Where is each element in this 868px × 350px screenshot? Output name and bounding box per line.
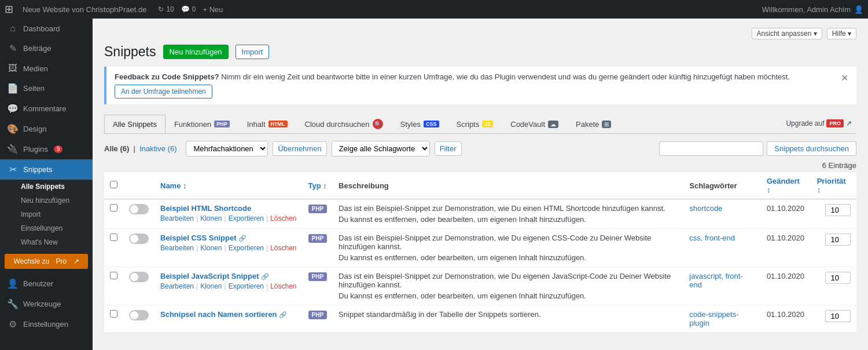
row1-export[interactable]: Exportieren	[229, 214, 264, 223]
row2-toggle[interactable]	[129, 234, 149, 244]
tab-scripts[interactable]: Scripts JS	[448, 115, 502, 133]
submenu-neu-hinzufuegen[interactable]: Neu hinzufügen	[0, 194, 93, 207]
row1-edit[interactable]: Bearbeiten	[160, 214, 194, 223]
sidebar-item-design[interactable]: 🎨 Design	[0, 119, 93, 139]
view-options-button[interactable]: Ansicht anpassen ▾	[752, 28, 822, 39]
submenu-einstellungen[interactable]: Einstellungen	[0, 221, 93, 235]
row3-name-cell: Beispiel JavaScript Snippet 🔗 Bearbeiten…	[155, 267, 303, 305]
sidebar-label-medien: Medien	[23, 64, 48, 73]
tab-alle-snippets[interactable]: Alle Snippets	[104, 115, 165, 133]
submenu-import[interactable]: Import	[0, 207, 93, 221]
row1-toggle[interactable]	[129, 204, 149, 214]
row3-priority-input[interactable]	[825, 272, 851, 284]
comment-icon[interactable]: 💬 0	[181, 5, 196, 13]
row3-toggle[interactable]	[129, 272, 149, 282]
row2-actions: Bearbeiten | Klonen | Exportieren | Lösc…	[160, 244, 297, 252]
bulk-action-select[interactable]: Mehrfachaktionen	[186, 141, 268, 156]
row1-tags[interactable]: shortcode	[689, 204, 722, 213]
row3-toggle-cell	[123, 267, 155, 305]
row2-tags[interactable]: css, front-end	[689, 234, 735, 242]
row1-name-cell: Beispiel HTML Shortcode Bearbeiten | Klo…	[155, 199, 303, 229]
row2-checkbox[interactable]	[110, 234, 117, 241]
filter-inactive[interactable]: Inaktive (6)	[139, 144, 176, 153]
filter-all[interactable]: Alle (6)	[104, 144, 129, 153]
row2-export[interactable]: Exportieren	[229, 244, 264, 252]
sidebar-label-dashboard: Dashboard	[23, 24, 60, 33]
col-name[interactable]: Name ↕	[155, 172, 303, 199]
sidebar-item-plugins[interactable]: 🔌 Plugins 9	[0, 139, 93, 159]
sidebar-item-dashboard[interactable]: ⌂ Dashboard	[0, 19, 93, 38]
apply-button[interactable]: Übernehmen	[273, 141, 326, 156]
sidebar-item-snippets[interactable]: ✂ Snippets	[0, 159, 93, 180]
upgrade-pro-tab[interactable]: Upgrade auf PRO ↗	[781, 117, 856, 130]
tab-codevault[interactable]: CodeVault ☁	[502, 115, 567, 133]
row1-priority-input[interactable]	[825, 204, 851, 216]
wp-logo-icon[interactable]: ⊞	[5, 3, 13, 16]
col-changed[interactable]: Geändert ↕	[761, 172, 811, 199]
sidebar-label-beitraege: Beiträge	[23, 44, 51, 53]
upgrade-label: Wechsle zu	[13, 257, 49, 265]
tab-cloud[interactable]: Cloud durchsuchen 🔍	[296, 114, 392, 134]
submenu-whats-new[interactable]: What's New	[0, 235, 93, 249]
row2-priority-input[interactable]	[825, 234, 851, 246]
sidebar-item-einstellungen[interactable]: ⚙ Einstellungen	[0, 314, 93, 334]
refresh-icon[interactable]: ↻ 10	[158, 5, 174, 13]
row4-name[interactable]: Schnipsel nach Namen sortieren 🔗	[160, 310, 297, 319]
row2-desc1: Das ist ein Beispiel-Snippet zur Demonst…	[339, 234, 678, 251]
row1-name[interactable]: Beispiel HTML Shortcode	[160, 204, 297, 213]
select-all-checkbox[interactable]	[110, 181, 117, 188]
search-input[interactable]	[659, 141, 763, 156]
search-button[interactable]: Snippets durchsuchen	[767, 141, 856, 156]
col-type[interactable]: Typ ↕	[303, 172, 333, 199]
row4-toggle[interactable]	[129, 310, 149, 320]
row2-name[interactable]: Beispiel CSS Snippet 🔗	[160, 234, 297, 242]
row3-description-cell: Das ist ein Beispiel-Snippet zur Demonst…	[333, 267, 683, 305]
row1-delete[interactable]: Löschen	[270, 214, 296, 223]
tab-inhalt[interactable]: Inhalt HTML	[238, 115, 296, 133]
row2-clone[interactable]: Klonen	[200, 244, 222, 252]
row4-priority-input[interactable]	[825, 310, 851, 322]
add-snippet-button[interactable]: Neu hinzufügen	[163, 45, 229, 59]
sidebar-item-seiten[interactable]: 📄 Seiten	[0, 78, 93, 99]
table-row: Beispiel CSS Snippet 🔗 Bearbeiten | Klon…	[104, 229, 856, 267]
row3-tags[interactable]: javascript, front-end	[689, 272, 742, 289]
sidebar-item-benutzer[interactable]: 👤 Benutzer	[0, 274, 93, 294]
tab-pakete[interactable]: Pakete ⊞	[567, 115, 620, 133]
new-button[interactable]: + Neu	[203, 5, 223, 14]
row2-toggle-cell	[123, 229, 155, 267]
user-icon[interactable]: 👤	[854, 5, 863, 14]
admin-bar: ⊞ Neue Website von ChristophPraet.de ↻ 1…	[0, 0, 868, 19]
sidebar-item-kommentare[interactable]: 💬 Kommentare	[0, 99, 93, 119]
col-priority[interactable]: Priorität ↕	[811, 172, 856, 199]
row3-actions: Bearbeiten | Klonen | Exportieren | Lösc…	[160, 282, 297, 290]
row3-export[interactable]: Exportieren	[229, 282, 264, 290]
row4-checkbox[interactable]	[110, 310, 117, 318]
row1-checkbox[interactable]	[110, 204, 117, 212]
help-button[interactable]: Hilfe ▾	[827, 28, 856, 39]
submenu-upgrade-pro[interactable]: Wechsle zu Pro ↗	[5, 254, 88, 269]
import-button[interactable]: Import	[236, 45, 270, 59]
row2-delete[interactable]: Löschen	[270, 244, 296, 252]
row3-name[interactable]: Beispiel JavaScript Snippet 🔗	[160, 272, 297, 280]
row4-checkbox-cell	[104, 305, 123, 333]
row3-delete[interactable]: Löschen	[270, 282, 296, 290]
row4-tags[interactable]: code-snippets-plugin	[689, 310, 738, 327]
row3-edit[interactable]: Bearbeiten	[160, 282, 194, 290]
notice-close-button[interactable]: ✕	[841, 72, 848, 83]
sidebar-item-medien[interactable]: 🖼 Medien	[0, 59, 93, 78]
row2-edit[interactable]: Bearbeiten	[160, 244, 194, 252]
row1-desc2: Du kannst es entfernen, oder bearbeiten,…	[339, 215, 678, 224]
tab-styles[interactable]: Styles CSS	[392, 115, 448, 133]
row2-type-cell: PHP	[303, 229, 333, 267]
tag-filter-select[interactable]: Zeige alle Schlagworte	[332, 141, 430, 156]
filter-button[interactable]: Filter	[435, 141, 462, 156]
row3-clone[interactable]: Klonen	[200, 282, 222, 290]
tab-funktionen[interactable]: Funktionen PHP	[165, 115, 238, 133]
row3-checkbox[interactable]	[110, 272, 117, 279]
submenu-alle-snippets[interactable]: Alle Snippets	[0, 180, 93, 194]
sidebar-item-beitraege[interactable]: ✎ Beiträge	[0, 38, 93, 59]
tab-pakete-icon: ⊞	[602, 121, 611, 128]
row1-clone[interactable]: Klonen	[200, 214, 222, 223]
survey-link-button[interactable]: An der Umfrage teilnehmen	[115, 85, 212, 99]
sidebar-item-werkzeuge[interactable]: 🔧 Werkzeuge	[0, 294, 93, 314]
